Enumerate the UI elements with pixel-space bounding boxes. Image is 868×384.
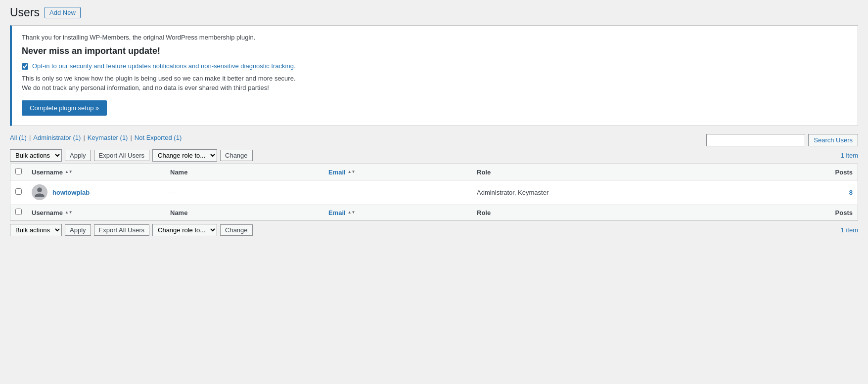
username-sort-footer[interactable]: Username ▲▼ xyxy=(32,209,160,216)
col-footer-username[interactable]: Username ▲▼ xyxy=(27,205,165,221)
username-col-label: Username xyxy=(32,169,63,176)
email-sort-footer[interactable]: Email ▲▼ xyxy=(328,209,467,216)
col-footer-name: Name xyxy=(165,205,323,221)
page-wrapper: Users Add New Thank you for installing W… xyxy=(0,0,868,248)
users-table: Username ▲▼ Name Email ▲▼ Role xyxy=(10,164,858,221)
select-all-checkbox-bottom[interactable] xyxy=(15,209,22,215)
col-footer-email[interactable]: Email ▲▼ xyxy=(323,205,472,221)
col-header-role: Role xyxy=(472,164,595,180)
col-header-check xyxy=(10,164,27,180)
username-col-label-footer: Username xyxy=(32,209,63,216)
item-count-bottom: 1 item xyxy=(841,226,858,234)
change-role-select-bottom[interactable]: Change role to... Subscriber Contributor… xyxy=(152,224,217,236)
users-header: All (1) | Administrator (1) | Keymaster … xyxy=(10,134,858,146)
change-button-top[interactable]: Change xyxy=(220,150,253,161)
table-header-row: Username ▲▼ Name Email ▲▼ Role xyxy=(10,164,858,180)
username-link[interactable]: howtowplab xyxy=(52,189,90,196)
filter-link-administrator[interactable]: Administrator (1) xyxy=(33,134,81,141)
row-name-cell: — xyxy=(165,180,323,205)
bulk-actions-select-bottom[interactable]: Bulk actions Delete xyxy=(10,224,62,236)
page-title: Users xyxy=(10,6,40,19)
page-title-area: Users Add New xyxy=(10,6,858,19)
col-header-email[interactable]: Email ▲▼ xyxy=(323,164,472,180)
notice-box: Thank you for installing WP-Members, the… xyxy=(10,25,858,126)
name-col-label: Name xyxy=(170,169,187,176)
table-row: howtowplab — Administrator, Keymaster 8 xyxy=(10,180,858,205)
optin-checkbox[interactable] xyxy=(22,63,28,70)
filter-link-not-exported[interactable]: Not Exported (1) xyxy=(135,134,182,141)
export-all-users-button-top[interactable]: Export All Users xyxy=(94,150,149,161)
email-col-label: Email xyxy=(328,169,346,176)
item-count-value-bottom: 1 item xyxy=(841,226,858,234)
email-sort-header[interactable]: Email ▲▼ xyxy=(328,169,467,176)
notice-checkbox-row: Opt-in to our security and feature updat… xyxy=(22,62,848,70)
role-col-label-footer: Role xyxy=(477,209,491,216)
notice-title-line: Thank you for installing WP-Members, the… xyxy=(22,34,848,41)
apply-button-top[interactable]: Apply xyxy=(65,150,91,161)
email-col-label-footer: Email xyxy=(328,209,346,216)
col-footer-check xyxy=(10,205,27,221)
row-checkbox-cell xyxy=(10,180,27,205)
table-header: Username ▲▼ Name Email ▲▼ Role xyxy=(10,164,858,180)
add-new-button[interactable]: Add New xyxy=(45,7,81,18)
sep-3: | xyxy=(130,134,132,141)
sep-2: | xyxy=(83,134,85,141)
search-input[interactable] xyxy=(706,134,805,146)
row-posts-cell: 8 xyxy=(595,180,858,205)
search-area: Search Users xyxy=(706,134,858,146)
optin-checkbox-label[interactable]: Opt-in to our security and feature updat… xyxy=(32,62,296,70)
select-all-checkbox[interactable] xyxy=(15,168,22,174)
email-sort-arrows-footer: ▲▼ xyxy=(348,211,356,214)
bulk-actions-select-top[interactable]: Bulk actions Delete xyxy=(10,149,62,162)
row-checkbox[interactable] xyxy=(15,188,22,195)
row-role-cell: Administrator, Keymaster xyxy=(472,180,595,205)
item-count-top: 1 item xyxy=(841,152,858,159)
apply-button-bottom[interactable]: Apply xyxy=(65,224,91,236)
col-header-posts: Posts xyxy=(595,164,858,180)
top-toolbar: Bulk actions Delete Apply Export All Use… xyxy=(10,149,858,162)
col-header-username[interactable]: Username ▲▼ xyxy=(27,164,165,180)
name-col-label-footer: Name xyxy=(170,209,187,216)
export-all-users-button-bottom[interactable]: Export All Users xyxy=(94,224,149,236)
change-button-bottom[interactable]: Change xyxy=(220,224,253,236)
notice-heading: Never miss an important update! xyxy=(22,46,848,56)
username-sort-arrows-footer: ▲▼ xyxy=(65,211,73,214)
col-header-name: Name xyxy=(165,164,323,180)
item-count-value-top: 1 item xyxy=(841,152,858,159)
complete-plugin-setup-button[interactable]: Complete plugin setup » xyxy=(22,100,107,116)
notice-small-text-2: We do not track any personal information… xyxy=(22,84,848,91)
posts-col-label-footer: Posts xyxy=(835,209,853,216)
filter-link-all[interactable]: All (1) xyxy=(10,134,27,141)
email-sort-arrows: ▲▼ xyxy=(348,170,356,174)
row-name: — xyxy=(170,189,177,196)
filter-links: All (1) | Administrator (1) | Keymaster … xyxy=(10,134,182,141)
role-col-label: Role xyxy=(477,169,491,176)
row-role: Administrator, Keymaster xyxy=(477,189,548,196)
filter-link-keymaster[interactable]: Keymaster (1) xyxy=(88,134,128,141)
username-sort-arrows: ▲▼ xyxy=(65,170,73,174)
search-users-button[interactable]: Search Users xyxy=(808,134,858,146)
change-role-select-top[interactable]: Change role to... Subscriber Contributor… xyxy=(152,149,217,162)
table-footer-row: Username ▲▼ Name Email ▲▼ Role xyxy=(10,205,858,221)
sep-1: | xyxy=(29,134,31,141)
user-avatar-icon xyxy=(34,186,46,198)
row-email-cell xyxy=(323,180,472,205)
posts-col-label: Posts xyxy=(835,169,853,176)
avatar-cell: howtowplab xyxy=(32,184,160,200)
col-footer-posts: Posts xyxy=(595,205,858,221)
bottom-toolbar: Bulk actions Delete Apply Export All Use… xyxy=(10,224,858,236)
row-username-cell: howtowplab xyxy=(27,180,165,205)
username-sort-header[interactable]: Username ▲▼ xyxy=(32,169,160,176)
col-footer-role: Role xyxy=(472,205,595,221)
notice-small-text-1: This is only so we know how the plugin i… xyxy=(22,75,848,82)
table-body: howtowplab — Administrator, Keymaster 8 xyxy=(10,180,858,221)
posts-link[interactable]: 8 xyxy=(849,189,853,196)
avatar xyxy=(32,184,47,200)
